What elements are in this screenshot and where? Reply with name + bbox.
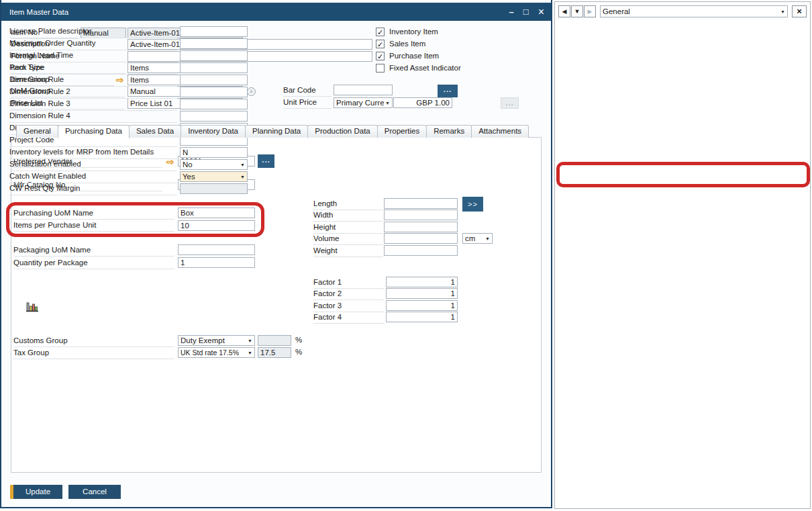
maximize-icon[interactable]: □ [523, 7, 529, 16]
dimension-rule-label: Dimension Rule [9, 75, 177, 87]
chevron-down-icon: ▼ [385, 101, 390, 105]
catch-weight-enabled-label: Catch Weight Enabled [9, 172, 177, 183]
fixed-asset-indicator-label: Fixed Asset Indicator [389, 64, 461, 72]
dimension-rule-4-field[interactable] [180, 111, 248, 122]
fixed-asset-indicator-checkbox[interactable] [376, 64, 385, 73]
nav-menu-icon[interactable]: ▼ [571, 5, 583, 17]
tab-inventory-data[interactable]: Inventory Data [181, 125, 246, 138]
chevron-down-icon: ▼ [248, 338, 252, 343]
preferred-vendor-browse-button[interactable]: ... [258, 154, 274, 168]
tab-attachments[interactable]: Attachments [471, 125, 529, 138]
pack-size-label: Pack Size [9, 63, 177, 75]
tab-sales-data[interactable]: Sales Data [129, 125, 181, 138]
unit-price-field[interactable]: GBP 1.00 [393, 97, 452, 108]
qty-per-package-field[interactable]: 1 [178, 257, 255, 268]
bar-chart-icon [26, 301, 38, 313]
volume-unit-dropdown[interactable]: cm ▼ [462, 233, 493, 244]
bar-code-field[interactable] [334, 85, 393, 95]
sales-item-checkbox[interactable]: ✓ [376, 40, 385, 48]
unit-price-currency-value: Primary Currer [336, 99, 384, 107]
bar-code-browse-button[interactable]: ... [438, 85, 458, 97]
internal-lead-time-field[interactable] [180, 50, 248, 61]
height-field[interactable] [384, 222, 458, 232]
tab-remarks[interactable]: Remarks [426, 125, 472, 138]
tab-general[interactable]: General [16, 125, 58, 138]
unit-price-currency-dropdown[interactable]: Primary Currer ▼ [334, 97, 393, 108]
factor1-field[interactable]: 1 [386, 277, 458, 287]
inventory-levels-mrp-label: Inventory levels for MRP from Item Detai… [9, 148, 177, 159]
tax-group-label: Tax Group [13, 349, 174, 359]
panel-close-icon[interactable]: × [792, 5, 807, 17]
chevron-down-icon: ▼ [485, 236, 490, 241]
factor2-label: Factor 2 [313, 289, 385, 300]
serialization-enabled-dropdown[interactable]: No ▼ [180, 159, 248, 170]
dimension-rule-2-field[interactable] [180, 87, 248, 97]
catch-weight-enabled-dropdown[interactable]: Yes ▼ [180, 171, 248, 182]
factor4-field[interactable]: 1 [386, 312, 458, 322]
bar-code-label: Bar Code [283, 86, 332, 97]
volume-field[interactable] [384, 233, 458, 244]
user-defined-fields-panel [554, 1, 811, 509]
license-plate-descriptor-label: License Plate descriptor [9, 27, 177, 38]
customs-group-dropdown[interactable]: Duty Exempt ▼ [178, 335, 255, 346]
catch-weight-highlight [556, 162, 810, 187]
factor4-label: Factor 4 [313, 313, 385, 324]
maximum-order-quantity-field[interactable] [180, 38, 248, 49]
cw-rest-qty-margin-field[interactable] [180, 183, 248, 194]
minimize-icon[interactable]: – [509, 7, 514, 16]
tab-planning-data[interactable]: Planning Data [245, 125, 308, 138]
tax-percent-sign: % [295, 348, 302, 356]
inventory-levels-mrp-field[interactable]: N [180, 147, 248, 158]
tax-group-value: UK Std rate 17.5% [181, 349, 239, 357]
customs-group-value: Duty Exempt [181, 336, 225, 344]
chevron-down-icon: ▼ [240, 162, 245, 167]
height-label: Height [313, 223, 383, 234]
license-plate-descriptor-field[interactable] [180, 26, 248, 37]
dimension-rule-field[interactable] [180, 75, 248, 85]
weight-field[interactable] [384, 245, 458, 256]
update-button[interactable]: Update [10, 485, 62, 499]
tab-properties[interactable]: Properties [377, 125, 427, 138]
qty-per-package-label: Quantity per Package [13, 259, 174, 269]
tab-strip: General Purchasing Data Sales Data Inven… [16, 125, 529, 138]
width-label: Width [313, 211, 383, 222]
internal-lead-time-label: Internal Lead Time [9, 51, 177, 62]
dimension-rule-2-label: Dimension Rule 2 [9, 87, 177, 99]
volume-label: Volume [313, 234, 383, 245]
chevron-down-icon: ▼ [240, 175, 245, 179]
length-field[interactable] [384, 198, 458, 209]
uom-list-icon[interactable]: ≡ [247, 87, 256, 96]
customs-pct-field [258, 335, 291, 346]
chevron-down-icon: ▼ [780, 9, 785, 14]
category-selector-dropdown[interactable]: General ▼ [600, 5, 788, 17]
serialization-enabled-label: Serialization enabled [9, 160, 177, 171]
serialization-enabled-value: No [183, 160, 193, 169]
dimension-rule-3-field[interactable] [180, 99, 248, 109]
pack-size-field[interactable] [180, 62, 248, 73]
cancel-button[interactable]: Cancel [68, 485, 121, 499]
close-icon[interactable]: × [538, 7, 544, 17]
width-field[interactable] [384, 210, 458, 220]
dimension-rule-4-label: Dimension Rule 4 [9, 111, 177, 123]
weight-label: Weight [313, 246, 383, 257]
forward-button[interactable]: >> [462, 197, 483, 212]
factor1-label: Factor 1 [313, 278, 385, 289]
maximum-order-quantity-label: Maximum Order Quantity [9, 39, 177, 50]
volume-unit-value: cm [465, 234, 475, 242]
nav-next-icon[interactable]: ▶ [584, 5, 596, 17]
packaging-uom-field[interactable] [178, 244, 255, 255]
customs-percent-sign: % [295, 336, 302, 344]
purchase-item-label: Purchase Item [389, 52, 439, 60]
factor2-field[interactable]: 1 [386, 288, 458, 299]
nav-prev-icon[interactable]: ◀ [558, 5, 570, 17]
category-selector-value: General [603, 7, 630, 15]
unit-price-browse-button[interactable]: ... [501, 97, 519, 109]
tax-group-dropdown[interactable]: UK Std rate 17.5% ▼ [178, 347, 255, 358]
window-titlebar[interactable]: Item Master Data [1, 3, 551, 21]
length-label: Length [313, 199, 383, 210]
purchase-item-checkbox[interactable]: ✓ [376, 52, 385, 60]
inventory-item-checkbox[interactable]: ✓ [376, 28, 385, 36]
factor3-field[interactable]: 1 [386, 300, 458, 311]
tab-purchasing-data[interactable]: Purchasing Data [58, 125, 130, 138]
tab-production-data[interactable]: Production Data [307, 125, 377, 138]
